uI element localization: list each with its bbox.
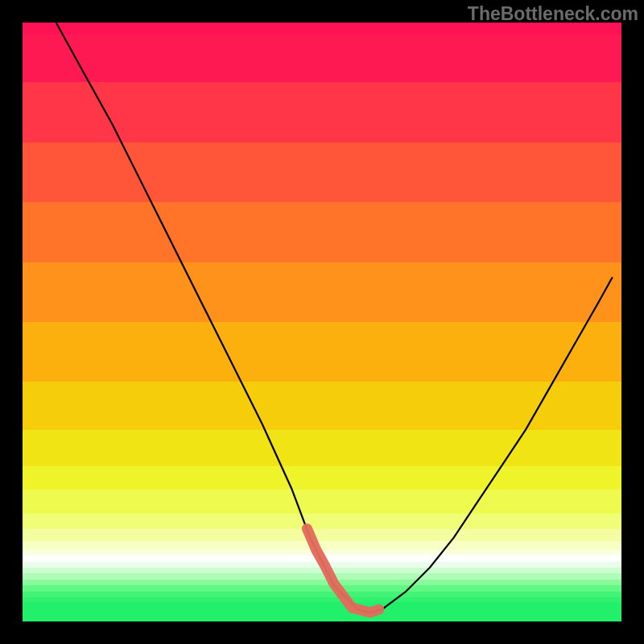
chart-svg xyxy=(0,0,644,644)
chart-container: TheBottleneck.com xyxy=(0,0,644,644)
svg-rect-1 xyxy=(23,23,621,621)
